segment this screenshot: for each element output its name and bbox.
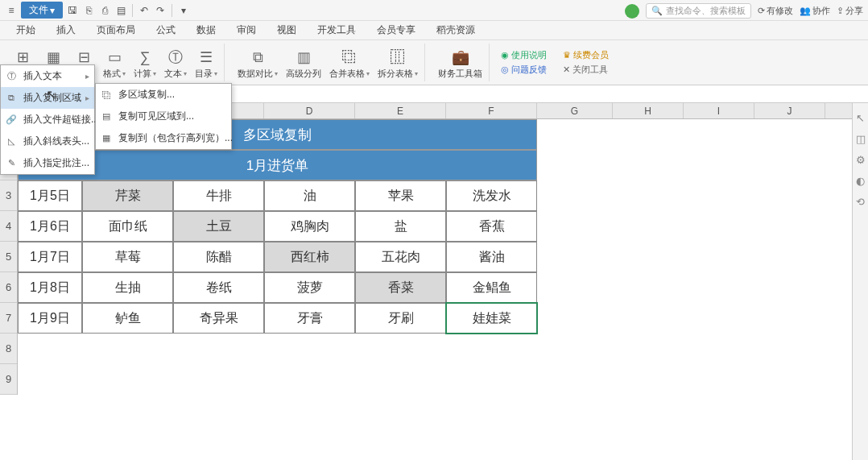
- cell-r4-c2[interactable]: 牙膏: [264, 303, 355, 334]
- col-header-D[interactable]: D: [264, 103, 355, 118]
- cell-r0-c0[interactable]: 芹菜: [82, 180, 173, 211]
- cell-r3-c1[interactable]: 卷纸: [173, 272, 264, 303]
- cell-date-r0[interactable]: 1月5日: [18, 180, 82, 211]
- cell-r0-c2[interactable]: 油: [264, 180, 355, 211]
- calc-button[interactable]: ∑计算: [132, 44, 158, 81]
- cell-r4-c0[interactable]: 鲈鱼: [82, 303, 173, 334]
- sub-copy-with-size[interactable]: ▦复制到（包含行高列宽）...: [96, 127, 231, 149]
- tab-insert[interactable]: 插入: [47, 21, 85, 39]
- cell-r4-c1[interactable]: 奇异果: [173, 303, 264, 334]
- feedback-link[interactable]: ◎ 问题反馈: [501, 64, 547, 76]
- tab-view[interactable]: 视图: [267, 21, 306, 39]
- cell-r1-c2[interactable]: 鸡胸肉: [264, 211, 355, 242]
- menu-icon[interactable]: ≡: [5, 4, 18, 17]
- side-select-icon[interactable]: ◫: [854, 132, 867, 145]
- col-header-E[interactable]: E: [355, 103, 446, 118]
- data-compare-button[interactable]: ⧉数据对比: [236, 44, 279, 81]
- cell-r1-c3[interactable]: 盐: [355, 211, 446, 242]
- cell-r3-c2[interactable]: 菠萝: [264, 272, 355, 303]
- col-header-F[interactable]: F: [446, 103, 537, 118]
- cell-r0-c4[interactable]: 洗发水: [446, 180, 537, 211]
- redo-icon[interactable]: ↷: [154, 4, 167, 17]
- cell-r1-c4[interactable]: 香蕉: [446, 211, 537, 242]
- cell-date-r2[interactable]: 1月7日: [18, 242, 82, 272]
- cell-r2-c3[interactable]: 五花肉: [355, 242, 446, 272]
- text-button[interactable]: Ⓣ文本: [163, 44, 188, 81]
- cell-r0-c1[interactable]: 牛排: [173, 180, 264, 211]
- toc-button[interactable]: ☰目录: [193, 44, 219, 81]
- row-header-9[interactable]: 9: [0, 364, 17, 395]
- tab-home[interactable]: 开始: [6, 21, 45, 39]
- coop-button[interactable]: 👥 协作: [800, 5, 830, 17]
- sub-multi-area-copy[interactable]: ⿻多区域复制...: [96, 84, 231, 106]
- merge-tables-button[interactable]: ⿻合并表格: [328, 44, 371, 81]
- cell-date-r1[interactable]: 1月6日: [18, 211, 82, 242]
- tab-data[interactable]: 数据: [187, 21, 225, 39]
- col-header-G[interactable]: G: [537, 103, 613, 118]
- adv-split-button[interactable]: ▥高级分列: [284, 44, 323, 81]
- cell-area[interactable]: 多区域复制1月进货单1月5日芹菜牛排油苹果洗发水1月6日面巾纸土豆鸡胸肉盐香蕉1…: [18, 119, 852, 460]
- finance-toolbox-button[interactable]: 💼财务工具箱: [436, 44, 484, 81]
- tab-resources[interactable]: 稻壳资源: [427, 21, 485, 39]
- split-tables-button[interactable]: ⿲拆分表格: [376, 44, 420, 81]
- cell-r2-c0[interactable]: 草莓: [82, 242, 173, 272]
- side-chart-icon[interactable]: ◐: [854, 174, 867, 187]
- undo-icon[interactable]: ↶: [138, 4, 151, 17]
- tab-dev[interactable]: 开发工具: [308, 21, 366, 39]
- cell-r1-c1[interactable]: 土豆: [173, 211, 264, 242]
- tab-page-layout[interactable]: 页面布局: [87, 21, 145, 39]
- side-cursor-icon[interactable]: ↖: [854, 111, 867, 124]
- tab-review[interactable]: 审阅: [227, 21, 266, 39]
- tab-formulas[interactable]: 公式: [147, 21, 185, 39]
- cell-r4-c4[interactable]: 娃娃菜: [446, 303, 537, 334]
- cell-r1-c0[interactable]: 面巾纸: [82, 211, 173, 242]
- cell-r2-c4[interactable]: 酱油: [446, 242, 537, 272]
- ctx-insert-comment[interactable]: ✎插入指定批注...: [1, 152, 94, 174]
- row-header-5[interactable]: 5: [0, 242, 17, 272]
- cell-r2-c1[interactable]: 陈醋: [173, 242, 264, 272]
- row-header-4[interactable]: 4: [0, 211, 17, 242]
- share-button[interactable]: ⇪ 分享: [837, 5, 863, 17]
- cell-r3-c0[interactable]: 生抽: [82, 272, 173, 303]
- row-header-3[interactable]: 3: [0, 180, 17, 211]
- file-menu-button[interactable]: 文件▾: [21, 2, 63, 19]
- insert-context-menu[interactable]: Ⓣ插入文本 ⧉插入复制区域 🔗插入文件超链接... ◺插入斜线表头... ✎插入…: [0, 64, 95, 175]
- row-header-6[interactable]: 6: [0, 272, 17, 303]
- copy-area-submenu[interactable]: ⿻多区域复制... ▤复制可见区域到... ▦复制到（包含行高列宽）...: [95, 83, 232, 150]
- print-preview-icon[interactable]: ▤: [114, 4, 127, 17]
- cell-date-r3[interactable]: 1月8日: [18, 272, 82, 303]
- save-icon[interactable]: 🖫: [66, 4, 79, 17]
- qat-customize-icon[interactable]: ▾: [177, 4, 190, 17]
- save-as-icon[interactable]: ⎘: [82, 4, 95, 17]
- col-header-H[interactable]: H: [613, 103, 684, 118]
- command-search[interactable]: 🔍 查找命令、搜索模板: [646, 3, 751, 19]
- col-header-I[interactable]: I: [684, 103, 754, 118]
- ctx-insert-copy-area[interactable]: ⧉插入复制区域: [1, 87, 94, 109]
- close-tool-link[interactable]: ✕ 关闭工具: [563, 64, 608, 76]
- formula-input[interactable]: [133, 85, 868, 102]
- cell-r4-c3[interactable]: 牙刷: [355, 303, 446, 334]
- ctx-insert-diagonal[interactable]: ◺插入斜线表头...: [1, 131, 94, 152]
- ctx-insert-file-link[interactable]: 🔗插入文件超链接...: [1, 109, 94, 131]
- cell-r3-c4[interactable]: 金鲳鱼: [446, 272, 537, 303]
- format-button[interactable]: ▭格式: [101, 44, 127, 81]
- help-link[interactable]: ◉ 使用说明: [501, 49, 547, 61]
- title-row-2[interactable]: 1月进货单: [18, 150, 537, 180]
- spreadsheet-grid[interactable]: ABCDEFGHIJ 123456789 多区域复制1月进货单1月5日芹菜牛排油…: [0, 103, 868, 460]
- print-icon[interactable]: ⎙: [98, 4, 111, 17]
- sub-copy-visible[interactable]: ▤复制可见区域到...: [96, 106, 231, 127]
- cell-r2-c2[interactable]: 西红柿: [264, 242, 355, 272]
- side-backup-icon[interactable]: ⟲: [854, 195, 867, 208]
- unsaved-indicator[interactable]: ⟳ 有修改: [758, 5, 793, 17]
- side-settings-icon[interactable]: ⚙: [854, 153, 867, 166]
- tab-vip[interactable]: 会员专享: [367, 21, 425, 39]
- user-avatar[interactable]: [625, 4, 639, 19]
- row-header-7[interactable]: 7: [0, 303, 17, 334]
- cell-r3-c3[interactable]: 香菜: [355, 272, 446, 303]
- row-header-8[interactable]: 8: [0, 334, 17, 364]
- cell-r0-c3[interactable]: 苹果: [355, 180, 446, 211]
- renew-link[interactable]: ♛ 续费会员: [563, 49, 609, 61]
- col-header-J[interactable]: J: [754, 103, 825, 118]
- ctx-insert-text[interactable]: Ⓣ插入文本: [1, 65, 94, 87]
- cell-date-r4[interactable]: 1月9日: [18, 303, 82, 334]
